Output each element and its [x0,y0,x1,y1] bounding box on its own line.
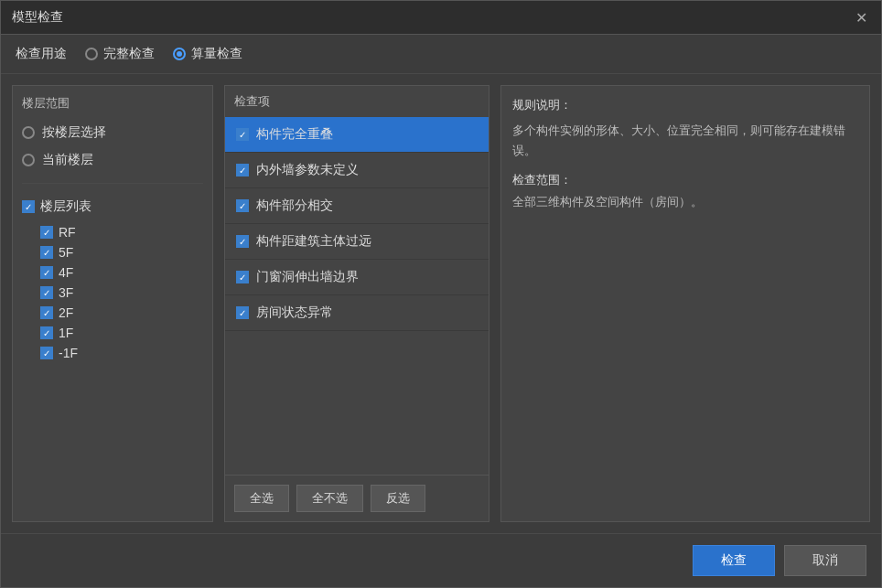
floor-label-rf: RF [59,225,76,240]
radio-by-floor-circle [22,126,35,139]
check-item-room-status[interactable]: 房间状态异常 [225,295,489,331]
title-bar: 模型检查 ✕ [1,1,881,35]
main-content: 楼层范围 按楼层选择 当前楼层 楼层列表 RF [1,74,881,533]
floor-label-2f: 2F [59,305,73,320]
select-all-button[interactable]: 全选 [234,485,289,512]
floor-label-1f: 1F [59,326,73,340]
close-button[interactable]: ✕ [852,8,870,27]
floor-label-5f: 5F [59,245,73,260]
checkbox-wall-param [236,164,249,176]
check-item-partial-intersect[interactable]: 构件部分相交 [225,188,489,224]
checkbox-dist-far [236,235,249,248]
floor-item-3f[interactable]: 3F [40,284,203,301]
invert-button[interactable]: 反选 [371,485,425,512]
radio-complete[interactable]: 完整检查 [85,46,155,62]
label-partial-intersect: 构件部分相交 [256,198,333,214]
check-item-full-overlap[interactable]: 构件完全重叠 [225,117,489,153]
floor-checkbox-rf [40,226,53,239]
check-item-wall-param[interactable]: 内外墙参数未定义 [225,153,489,188]
radio-current-floor[interactable]: 当前楼层 [22,150,203,170]
floor-list-master-checkbox[interactable]: 楼层列表 [22,197,203,217]
middle-panel-footer: 全选 全不选 反选 [225,475,489,521]
floor-checkbox-1f [40,326,53,339]
floor-checkbox-2f [40,306,53,319]
floor-item-1f[interactable]: 1F [40,325,203,341]
floor-checkbox-3f [40,286,53,299]
radio-label-complete: 完整检查 [103,46,155,62]
label-room-status: 房间状态异常 [256,305,333,321]
check-purpose-row: 检查用途 完整检查 算量检查 [1,35,881,74]
cancel-button[interactable]: 取消 [784,545,866,576]
floor-list-checkbox [22,200,35,213]
floor-item-rf[interactable]: RF [40,224,203,241]
floor-label-3f: 3F [59,285,73,300]
dialog: 模型检查 ✕ 检查用途 完整检查 算量检查 楼层范围 按楼层选择 [0,0,882,588]
label-dist-far: 构件距建筑主体过远 [256,233,371,250]
middle-panel: 检查项 构件完全重叠 内外墙参数未定义 构件部分相交 构件距建筑主体过远 [224,85,489,522]
radio-current-floor-label: 当前楼层 [42,152,93,168]
checkbox-room-status [236,306,249,319]
middle-panel-title: 检查项 [225,86,489,117]
radio-calc[interactable]: 算量检查 [173,46,242,62]
floor-item-5f[interactable]: 5F [40,244,203,261]
bottom-bar: 检查 取消 [1,533,881,587]
floor-label-4f: 4F [59,265,73,280]
radio-group-purpose: 完整检查 算量检查 [85,46,242,62]
radio-by-floor-label: 按楼层选择 [42,124,106,141]
deselect-all-button[interactable]: 全不选 [296,485,363,512]
floor-item-4f[interactable]: 4F [40,264,203,281]
check-item-door-window[interactable]: 门窗洞伸出墙边界 [225,260,489,295]
radio-circle-calc [173,48,186,60]
left-panel-title: 楼层范围 [22,95,203,112]
divider-left [22,183,203,184]
checkbox-door-window [236,271,249,283]
label-wall-param: 内外墙参数未定义 [256,162,359,178]
rule-description: 多个构件实例的形体、大小、位置完全相同，则可能存在建模错误。 [512,121,858,161]
floor-checkbox-4f [40,266,53,279]
dialog-title: 模型检查 [12,9,63,26]
right-panel: 规则说明： 多个构件实例的形体、大小、位置完全相同，则可能存在建模错误。 检查范… [500,85,870,522]
floor-checkbox-5f [40,246,53,259]
scope-description: 全部三维构件及空间构件（房间）。 [512,192,858,212]
radio-current-floor-circle [22,154,35,166]
label-door-window: 门窗洞伸出墙边界 [256,269,359,285]
floor-list: RF 5F 4F 3F 2F [22,224,203,361]
check-items-list: 构件完全重叠 内外墙参数未定义 构件部分相交 构件距建筑主体过远 门窗洞伸出墙边… [225,117,489,475]
floor-label-b1f: -1F [59,346,78,360]
radio-circle-complete [85,48,98,60]
floor-item-b1f[interactable]: -1F [40,345,203,361]
floor-item-2f[interactable]: 2F [40,305,203,321]
checkbox-partial-intersect [236,199,249,212]
check-button[interactable]: 检查 [693,545,775,576]
floor-checkbox-b1f [40,347,53,359]
checkbox-full-overlap [236,128,249,141]
radio-label-calc: 算量检查 [191,46,242,62]
scope-title: 检查范围： [512,172,858,188]
left-panel: 楼层范围 按楼层选择 当前楼层 楼层列表 RF [12,85,213,522]
label-full-overlap: 构件完全重叠 [256,126,333,143]
purpose-label: 检查用途 [16,46,67,62]
floor-list-label: 楼层列表 [40,198,91,215]
rule-title: 规则说明： [512,97,858,113]
check-item-dist-far[interactable]: 构件距建筑主体过远 [225,224,489,260]
radio-by-floor[interactable]: 按楼层选择 [22,123,203,143]
